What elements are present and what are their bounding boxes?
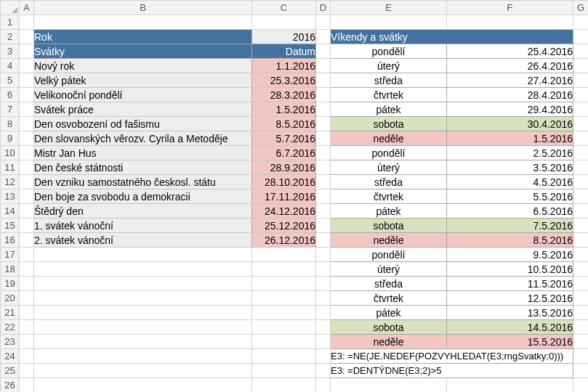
- row-header-11[interactable]: 11: [1, 160, 20, 175]
- cell-C18[interactable]: [252, 262, 316, 277]
- cell-B18[interactable]: [34, 262, 252, 277]
- cell-G5[interactable]: [573, 73, 589, 88]
- row-header-1[interactable]: 1: [1, 15, 20, 30]
- cell-D4[interactable]: [316, 59, 331, 73]
- cell-A4[interactable]: [20, 59, 34, 73]
- row-header-13[interactable]: 13: [1, 189, 20, 204]
- cell-G22[interactable]: [573, 320, 589, 335]
- cell-C1[interactable]: [252, 15, 316, 30]
- cell-A1[interactable]: [20, 15, 34, 30]
- cell-D3[interactable]: [316, 44, 331, 59]
- cell-D12[interactable]: [316, 175, 331, 189]
- col-header-A[interactable]: A: [20, 1, 34, 15]
- cell-D17[interactable]: [316, 248, 331, 262]
- cell-A13[interactable]: [20, 189, 34, 204]
- cell-B1[interactable]: [34, 15, 252, 30]
- cell-A26[interactable]: [20, 378, 34, 393]
- row-header-8[interactable]: 8: [1, 117, 20, 131]
- cell-F26[interactable]: [447, 378, 573, 393]
- col-header-D[interactable]: D: [316, 1, 331, 15]
- cell-A5[interactable]: [20, 73, 34, 88]
- cell-D26[interactable]: [316, 378, 331, 393]
- cell-C26[interactable]: [252, 378, 316, 393]
- cell-G10[interactable]: [573, 146, 589, 160]
- cell-A15[interactable]: [20, 219, 34, 233]
- cell-G1[interactable]: [573, 15, 589, 30]
- cell-C20[interactable]: [252, 291, 316, 306]
- cell-B17[interactable]: [34, 248, 252, 262]
- cell-D2[interactable]: [316, 30, 331, 44]
- row-header-24[interactable]: 24: [1, 349, 20, 364]
- cell-A17[interactable]: [20, 248, 34, 262]
- row-header-3[interactable]: 3: [1, 44, 20, 59]
- cell-C17[interactable]: [252, 248, 316, 262]
- row-header-20[interactable]: 20: [1, 291, 20, 306]
- row-header-26[interactable]: 26: [1, 378, 20, 393]
- cell-G19[interactable]: [573, 277, 589, 291]
- cell-D25[interactable]: [316, 364, 331, 378]
- row-header-16[interactable]: 16: [1, 233, 20, 248]
- cell-G20[interactable]: [573, 291, 589, 306]
- cell-D8[interactable]: [316, 117, 331, 131]
- cell-C21[interactable]: [252, 306, 316, 320]
- cell-G21[interactable]: [573, 306, 589, 320]
- cell-G4[interactable]: [573, 59, 589, 73]
- cell-A10[interactable]: [20, 146, 34, 160]
- row-header-15[interactable]: 15: [1, 219, 20, 233]
- cell-G12[interactable]: [573, 175, 589, 189]
- row-header-4[interactable]: 4: [1, 59, 20, 73]
- row-header-7[interactable]: 7: [1, 102, 20, 117]
- cell-D22[interactable]: [316, 320, 331, 335]
- cell-D21[interactable]: [316, 306, 331, 320]
- cell-A3[interactable]: [20, 44, 34, 59]
- cell-A25[interactable]: [20, 364, 34, 378]
- cell-G7[interactable]: [573, 102, 589, 117]
- cell-B23[interactable]: [34, 335, 252, 349]
- cell-G3[interactable]: [573, 44, 589, 59]
- cell-B26[interactable]: [34, 378, 252, 393]
- cell-C19[interactable]: [252, 277, 316, 291]
- cell-G26[interactable]: [573, 378, 589, 393]
- row-header-12[interactable]: 12: [1, 175, 20, 189]
- cell-B25[interactable]: [34, 364, 252, 378]
- cell-A24[interactable]: [20, 349, 34, 364]
- cell-B24[interactable]: [34, 349, 252, 364]
- cell-D24[interactable]: [316, 349, 331, 364]
- cell-A23[interactable]: [20, 335, 34, 349]
- cell-A14[interactable]: [20, 204, 34, 219]
- cell-A20[interactable]: [20, 291, 34, 306]
- cell-A7[interactable]: [20, 102, 34, 117]
- cell-A6[interactable]: [20, 88, 34, 102]
- cell-G6[interactable]: [573, 88, 589, 102]
- row-header-17[interactable]: 17: [1, 248, 20, 262]
- cell-D7[interactable]: [316, 102, 331, 117]
- cell-D14[interactable]: [316, 204, 331, 219]
- col-header-E[interactable]: E: [331, 1, 447, 15]
- cell-A9[interactable]: [20, 131, 34, 146]
- cell-E1[interactable]: [331, 15, 447, 30]
- cell-D9[interactable]: [316, 131, 331, 146]
- row-header-25[interactable]: 25: [1, 364, 20, 378]
- cell-D10[interactable]: [316, 146, 331, 160]
- cell-A16[interactable]: [20, 233, 34, 248]
- cell-A11[interactable]: [20, 160, 34, 175]
- cell-B22[interactable]: [34, 320, 252, 335]
- cell-G25[interactable]: [573, 364, 589, 378]
- cell-A22[interactable]: [20, 320, 34, 335]
- cell-B21[interactable]: [34, 306, 252, 320]
- cell-C23[interactable]: [252, 335, 316, 349]
- cell-D6[interactable]: [316, 88, 331, 102]
- cell-D23[interactable]: [316, 335, 331, 349]
- cell-D13[interactable]: [316, 189, 331, 204]
- cell-D19[interactable]: [316, 277, 331, 291]
- cell-D11[interactable]: [316, 160, 331, 175]
- cell-G18[interactable]: [573, 262, 589, 277]
- cell-G16[interactable]: [573, 233, 589, 248]
- cell-G17[interactable]: [573, 248, 589, 262]
- cell-G24[interactable]: [573, 349, 589, 364]
- row-header-23[interactable]: 23: [1, 335, 20, 349]
- row-header-6[interactable]: 6: [1, 88, 20, 102]
- cell-D18[interactable]: [316, 262, 331, 277]
- row-header-21[interactable]: 21: [1, 306, 20, 320]
- col-header-C[interactable]: C: [252, 1, 316, 15]
